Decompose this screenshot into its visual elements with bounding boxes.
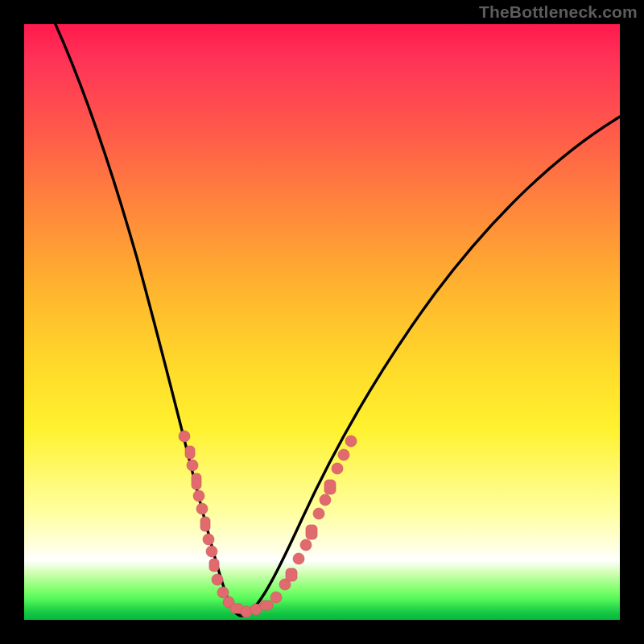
- marker-dot: [270, 592, 282, 603]
- marker-dot: [338, 449, 349, 460]
- marker-dot: [332, 463, 343, 474]
- marker-dot: [286, 568, 297, 581]
- marker-dot: [196, 503, 208, 514]
- marker-dot: [217, 587, 229, 598]
- marker-dot: [306, 525, 317, 539]
- marker-dot: [209, 559, 219, 572]
- watermark-text: TheBottleneck.com: [479, 2, 638, 22]
- marker-dot: [203, 534, 214, 545]
- plot-area: [24, 24, 620, 620]
- marker-dot: [200, 517, 210, 531]
- marker-dot: [193, 490, 204, 502]
- marker-dot: [179, 431, 190, 442]
- marker-dot: [300, 539, 312, 551]
- marker-dot: [324, 480, 336, 494]
- marker-dot: [260, 601, 273, 610]
- marker-dot: [212, 574, 223, 585]
- marker-dot: [192, 473, 201, 489]
- chart-frame: TheBottleneck.com: [0, 0, 644, 644]
- curve-layer: [40, 24, 620, 616]
- marker-dot: [320, 494, 331, 506]
- marker-dot: [187, 460, 198, 471]
- chart-svg: [24, 24, 620, 620]
- marker-dot: [293, 553, 304, 564]
- bottleneck-curve: [40, 24, 620, 616]
- marker-dot: [313, 508, 324, 519]
- marker-dot: [345, 436, 357, 447]
- marker-dot: [206, 546, 217, 557]
- marker-dot: [185, 446, 195, 459]
